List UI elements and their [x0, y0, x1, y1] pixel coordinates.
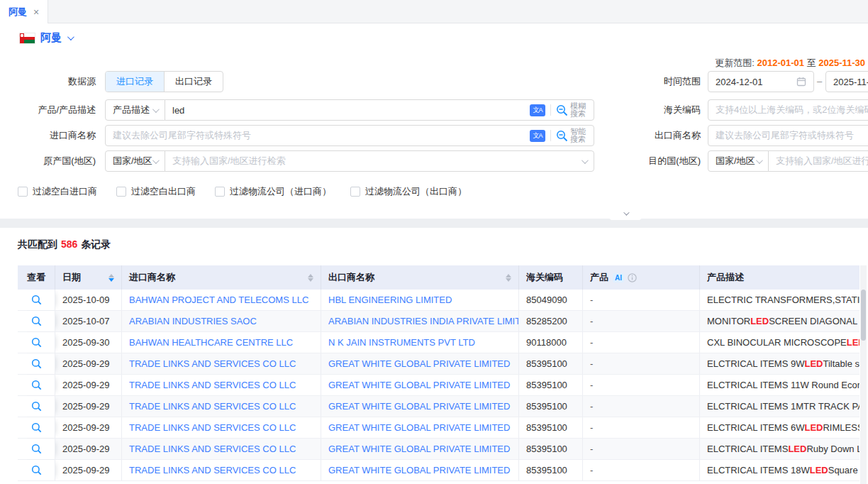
- section-gap: [0, 219, 868, 228]
- date-start-input[interactable]: 2024-12-01: [708, 71, 814, 92]
- cell-product: -: [583, 311, 700, 331]
- cell-hs-code: 85395100: [519, 417, 583, 438]
- translate-icon[interactable]: 文A: [530, 130, 545, 142]
- tab-bar: 阿曼 ×: [0, 0, 868, 23]
- filter-checkbox[interactable]: 过滤物流公司（进口商）: [215, 185, 331, 198]
- cell-hs-code: 90118000: [519, 332, 583, 353]
- view-record-button[interactable]: [18, 311, 55, 331]
- product-type-value: 产品描述: [113, 104, 150, 116]
- col-importer: 进口商名称: [122, 265, 321, 290]
- table-row: 2025-09-29 TRADE LINKS AND SERVICES CO L…: [18, 439, 859, 460]
- magnifier-icon: [31, 380, 42, 390]
- exporter-link[interactable]: GREAT WHITE GLOBAL PRIVATE LIMITED: [328, 422, 510, 433]
- date-range-separator: –: [817, 71, 822, 92]
- exporter-link[interactable]: ARABIAN INDUSTRIES INDIA PRIVATE LIMIT..…: [328, 316, 519, 326]
- importer-link[interactable]: TRADE LINKS AND SERVICES CO LLC: [129, 422, 296, 433]
- cell-description: ELCTRICAL ITEMS 1MTR TRACK PATT...: [700, 396, 859, 417]
- translate-icon[interactable]: 文A: [530, 104, 545, 116]
- cell-date: 2025-09-30: [55, 332, 122, 353]
- product-search-input[interactable]: led 文A 模糊搜索: [165, 99, 594, 121]
- cell-description: ELCTRICAL ITEMS 6W LED RIMLESS ...: [700, 417, 859, 438]
- exporter-link[interactable]: GREAT WHITE GLOBAL PRIVATE LIMITED: [328, 401, 510, 412]
- table-scrollbar[interactable]: [860, 265, 867, 484]
- tab-export-records[interactable]: 出口记录: [164, 72, 223, 92]
- origin-country-select[interactable]: 国家/地区: [105, 150, 165, 172]
- sort-exporter[interactable]: [506, 274, 511, 282]
- checkbox-icon[interactable]: [18, 187, 28, 197]
- product-search-value: led: [172, 105, 184, 116]
- destination-select[interactable]: 国家/地区: [708, 150, 769, 172]
- importer-link[interactable]: TRADE LINKS AND SERVICES CO LLC: [129, 465, 296, 475]
- cell-product: -: [583, 417, 700, 438]
- filter-checkbox[interactable]: 过滤物流公司（出口商）: [350, 185, 467, 198]
- origin-country-input[interactable]: 支持输入国家/地区进行检索: [165, 150, 594, 172]
- destination-input[interactable]: 支持输入国家/地区进行: [768, 150, 868, 172]
- cell-date: 2025-09-29: [55, 353, 122, 374]
- destination-placeholder: 支持输入国家/地区进行: [776, 155, 868, 167]
- exporter-link[interactable]: GREAT WHITE GLOBAL PRIVATE LIMITED: [328, 380, 510, 390]
- tab-import-records[interactable]: 进口记录: [106, 72, 164, 92]
- importer-link[interactable]: TRADE LINKS AND SERVICES CO LLC: [129, 358, 296, 369]
- exporter-label: 出口商名称: [603, 125, 701, 146]
- cell-date: 2025-09-29: [55, 396, 122, 417]
- results-table: 查看 日期 进口商名称 出口商名称 海关编码 产品 AI 产品描述: [18, 265, 859, 481]
- importer-link[interactable]: TRADE LINKS AND SERVICES CO LLC: [129, 401, 296, 412]
- view-record-button[interactable]: [18, 290, 55, 310]
- sort-date[interactable]: [108, 274, 114, 282]
- divider: [550, 130, 551, 141]
- cell-hs-code: 85395100: [519, 460, 583, 480]
- filter-checkbox[interactable]: 过滤空白进口商: [18, 185, 97, 198]
- magnifier-icon: [31, 401, 42, 412]
- date-end-input[interactable]: 2025-11-30: [825, 71, 868, 92]
- close-icon[interactable]: ×: [33, 7, 39, 17]
- exporter-input[interactable]: 建议去除公司尾部字符或特殊符号: [708, 125, 868, 146]
- view-record-button[interactable]: [18, 332, 55, 353]
- view-record-button[interactable]: [18, 460, 55, 480]
- view-record-button[interactable]: [18, 353, 55, 374]
- scrollbar-thumb[interactable]: [861, 290, 866, 341]
- filter-checkbox[interactable]: 过滤空白出口商: [116, 185, 196, 198]
- chevron-down-icon: [623, 209, 629, 215]
- importer-link[interactable]: ARABIAN INDUSTRIES SAOC: [129, 316, 257, 326]
- date-end-value: 2025-11-30: [833, 77, 868, 87]
- update-range-to: 至: [807, 57, 816, 68]
- table-header: 查看 日期 进口商名称 出口商名称 海关编码 产品 AI 产品描述: [18, 265, 859, 290]
- view-record-button[interactable]: [18, 375, 55, 395]
- view-record-button[interactable]: [18, 396, 55, 417]
- cell-description: ELCTRICAL ITEMS 9W LED Tiltable sp...: [700, 353, 859, 374]
- exporter-link[interactable]: GREAT WHITE GLOBAL PRIVATE LIMITED: [328, 465, 510, 475]
- country-header[interactable]: 阿曼: [20, 31, 72, 45]
- summary-suffix: 条记录: [81, 238, 111, 250]
- cell-date: 2025-09-29: [55, 439, 122, 459]
- sort-importer[interactable]: [308, 274, 313, 282]
- info-icon[interactable]: [628, 273, 637, 282]
- exporter-link[interactable]: HBL ENGINEERING LIMITED: [328, 295, 452, 305]
- checkbox-icon[interactable]: [215, 187, 225, 197]
- importer-link[interactable]: BAHWAN PROJECT AND TELECOMS LLC: [129, 295, 308, 305]
- cell-description: ELCTRICAL ITEMS 11W Round Econo...: [700, 375, 859, 395]
- chevron-down-icon: [582, 157, 589, 164]
- exporter-link[interactable]: N K JAIN INSTRUMENTS PVT LTD: [328, 337, 475, 348]
- tab-oman[interactable]: 阿曼 ×: [0, 0, 48, 23]
- exporter-link[interactable]: GREAT WHITE GLOBAL PRIVATE LIMITED: [328, 444, 510, 454]
- checkbox-icon[interactable]: [116, 187, 126, 197]
- exporter-link[interactable]: GREAT WHITE GLOBAL PRIVATE LIMITED: [328, 358, 510, 369]
- view-record-button[interactable]: [18, 439, 55, 459]
- origin-country-label: 原产国(地区): [0, 150, 96, 172]
- importer-input[interactable]: 建议去除公司尾部字符或特殊符号 文A 智能搜索: [105, 125, 594, 146]
- magnifier-icon: [556, 130, 568, 142]
- importer-link[interactable]: BAHWAN HEALTHCARE CENTRE LLC: [129, 337, 293, 348]
- hs-code-input[interactable]: 支持4位以上海关编码，或2位海关编码加: [708, 99, 868, 121]
- magnifier-icon: [31, 337, 42, 348]
- fuzzy-search-button[interactable]: 模糊搜索: [556, 102, 586, 118]
- view-record-button[interactable]: [18, 417, 55, 438]
- chevron-down-icon[interactable]: [67, 33, 74, 40]
- checkbox-icon[interactable]: [350, 187, 360, 197]
- ai-badge: AI: [613, 273, 624, 282]
- importer-link[interactable]: TRADE LINKS AND SERVICES CO LLC: [129, 444, 296, 454]
- importer-link[interactable]: TRADE LINKS AND SERVICES CO LLC: [129, 380, 296, 390]
- product-type-select[interactable]: 产品描述: [105, 99, 165, 121]
- data-source-toggle: 进口记录 出口记录: [105, 71, 223, 92]
- results-count: 586: [61, 238, 77, 250]
- smart-search-button[interactable]: 智能搜索: [556, 128, 586, 143]
